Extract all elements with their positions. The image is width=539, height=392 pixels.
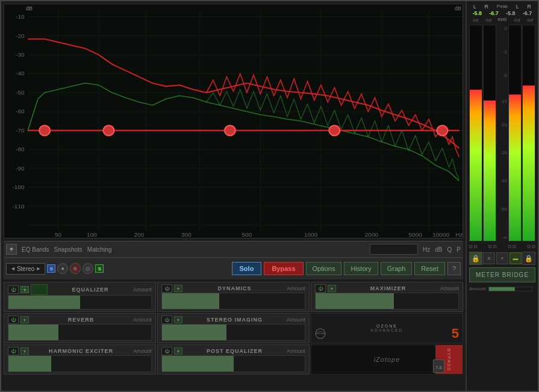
graph-button[interactable]: Graph (381, 262, 413, 275)
equalizer-power-btn[interactable]: ⏻ (8, 285, 19, 294)
post-equalizer-name: POST EQUALIZER (207, 348, 263, 354)
snapshots-label: Snapshots (54, 246, 83, 253)
lock-right-btn[interactable]: 🔒 (522, 252, 535, 265)
svg-text:-80: -80 (16, 146, 25, 153)
file-btn-1[interactable]: ≡ (483, 252, 495, 264)
equalizer-indicator (31, 284, 48, 295)
svg-text:5000: 5000 (408, 231, 422, 238)
post-equalizer-expand-btn[interactable]: ▼ (174, 347, 182, 355)
equalizer-expand-btn[interactable]: ▼ (20, 286, 29, 293)
post-equalizer-slider[interactable] (161, 355, 305, 372)
l-header-2: L (516, 4, 519, 10)
izotope-brand: iZotope (374, 356, 400, 363)
svg-text:500: 500 (241, 231, 252, 238)
stereo-imaging-expand-btn[interactable]: ▼ (174, 316, 182, 323)
module-row-2: ⏻ ▼ REVERB Amount ⏻ ▼ (4, 313, 463, 343)
svg-text:-30: -30 (16, 51, 25, 58)
file-btn-3[interactable]: ▬ (509, 252, 522, 264)
r-meter-bar-1 (483, 25, 496, 241)
dynamics-power-btn[interactable]: ⏻ (161, 284, 172, 293)
reverb-expand-btn[interactable]: ▼ (20, 316, 29, 323)
bypass-button[interactable]: Bypass (264, 262, 303, 275)
l-rms-val: -Inf (472, 17, 479, 23)
solo-button[interactable]: Solo (232, 262, 262, 275)
file-btns: ≡ + ▬ (483, 252, 522, 264)
r-peak2-val: -6.7 (523, 10, 532, 16)
svg-text:2000: 2000 (365, 231, 379, 238)
svg-text:-100: -100 (12, 184, 25, 191)
r-peak-val: -6.7 (489, 10, 499, 16)
stereo-imaging-power-btn[interactable]: ⏻ (161, 316, 172, 324)
options-button[interactable]: Options (306, 262, 342, 275)
s-badge-2: S (95, 264, 104, 273)
equalizer-name: EQUALIZER (72, 287, 108, 293)
bot-val-2: D.D (488, 244, 497, 249)
ozone-advanced-label: ADVANCED (370, 328, 403, 332)
maximizer-power-btn[interactable]: ⏻ (315, 284, 326, 293)
hz-label: Hz (423, 246, 430, 253)
amount-slider-right[interactable] (488, 287, 533, 291)
transport-bar: ◄ Stereo ► S ● ⊗ ◎ S Solo Bypass Options… (4, 258, 463, 279)
svg-text:-40: -40 (16, 70, 25, 77)
equalizer-amount: Amount (133, 287, 152, 293)
meter-bottom-values: D.D D.D D.D D.D (469, 244, 535, 249)
dynamics-slider[interactable] (161, 293, 305, 310)
maximizer-module: ⏻ ▼ MAXIMIZER Amount (311, 282, 463, 312)
circle-icon-1[interactable]: ● (57, 263, 68, 274)
svg-text:-110: -110 (12, 203, 25, 210)
reverb-power-btn[interactable]: ⏻ (8, 316, 19, 324)
svg-point-21 (39, 125, 50, 135)
eq-graph[interactable]: dB dB (4, 4, 463, 238)
reset-button[interactable]: Reset (414, 262, 445, 275)
dynamics-module: ⏻ ▼ DYNAMICS Amount (157, 282, 310, 312)
matching-label: Matching (87, 246, 112, 253)
circle-icon-2[interactable]: ⊗ (70, 263, 81, 274)
module-row-1: ⏻ ▼ EQUALIZER Amount ⏻ (4, 282, 463, 312)
file-btn-2[interactable]: + (496, 252, 508, 264)
lock-left-btn[interactable]: 🔒 (469, 252, 482, 265)
meter-bridge-button[interactable]: METER BRIDGE (469, 267, 535, 282)
lock-controls: 🔒 ≡ + ▬ 🔒 (469, 252, 535, 265)
right-panel: L R Peak L R -5.8 -6.7 -5.8 -6.7 -Inf -I… (466, 1, 538, 391)
svg-point-24 (329, 125, 340, 135)
r-rms2-val: -Inf (526, 17, 533, 23)
l-peak-val: -5.8 (473, 10, 482, 16)
history-button[interactable]: History (344, 262, 378, 275)
stereo-imaging-slider[interactable] (161, 324, 305, 341)
maximizer-expand-btn[interactable]: ▼ (328, 285, 336, 292)
svg-text:-70: -70 (16, 127, 25, 134)
svg-point-23 (225, 125, 235, 135)
harmonic-exciter-slider[interactable] (8, 355, 152, 372)
version-label: 7.8 (435, 365, 442, 370)
izotope-logo-block: iZotope BYPASS 7.8 (311, 344, 463, 375)
reverb-slider[interactable] (8, 324, 152, 341)
equalizer-slider[interactable] (8, 295, 152, 310)
svg-text:-90: -90 (16, 165, 25, 172)
maximizer-slider[interactable] (315, 293, 459, 310)
version-badge: 7.8 (433, 359, 444, 373)
eq-bands-label: EQ Bands (22, 246, 49, 253)
harmonic-exciter-amount: Amount (133, 348, 152, 354)
add-eq-band-button[interactable]: + (6, 244, 17, 255)
dynamics-expand-btn[interactable]: ▼ (174, 285, 182, 292)
post-equalizer-amount: Amount (287, 348, 305, 354)
r-header-2: R (528, 4, 532, 10)
s-badge: S (47, 264, 55, 273)
harmonic-exciter-expand-btn[interactable]: ▼ (20, 347, 29, 355)
r-rms-val: -Inf (485, 17, 492, 23)
stereo-button[interactable]: ◄ Stereo ► (6, 263, 45, 275)
help-button[interactable]: ? (447, 262, 461, 275)
reverb-amount: Amount (133, 317, 152, 323)
eq-freq-input[interactable] (370, 244, 418, 255)
meter-scale: 0 -3 -6 -15 -20 -30 -40 -50 -∞ (497, 25, 507, 241)
svg-text:-10: -10 (16, 13, 25, 20)
svg-point-22 (104, 125, 114, 135)
l-meter-bar (469, 25, 482, 241)
svg-text:300: 300 (181, 231, 192, 238)
l-peak2-val: -5.8 (506, 10, 516, 16)
harmonic-exciter-power-btn[interactable]: ⏻ (8, 347, 19, 355)
post-equalizer-power-btn[interactable]: ⏻ (161, 347, 172, 355)
circle-icon-3[interactable]: ◎ (83, 263, 93, 274)
svg-text:1000: 1000 (304, 231, 318, 238)
bot-val-3: D.D (508, 244, 516, 249)
